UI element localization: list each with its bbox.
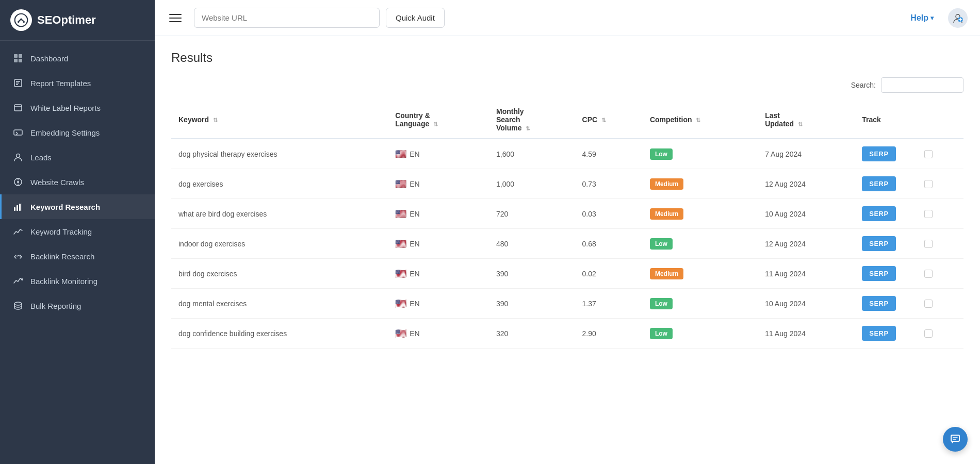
cell-last-updated: 10 Aug 2024 bbox=[758, 289, 855, 319]
svg-rect-25 bbox=[22, 203, 22, 211]
svg-point-1 bbox=[18, 21, 20, 23]
search-row: Search: bbox=[171, 77, 963, 93]
svg-point-27 bbox=[14, 302, 22, 305]
cell-keyword: bird dog exercises bbox=[171, 259, 388, 289]
col-keyword[interactable]: Keyword ⇅ bbox=[171, 101, 388, 139]
sort-competition-icon: ⇅ bbox=[696, 117, 700, 124]
track-checkbox[interactable] bbox=[924, 300, 933, 308]
svg-rect-24 bbox=[19, 204, 21, 211]
sort-keyword-icon: ⇅ bbox=[213, 117, 218, 124]
results-table: Keyword ⇅ Country &Language ⇅ MonthlySea… bbox=[171, 101, 963, 349]
cell-cpc: 0.03 bbox=[575, 199, 643, 229]
search-label: Search: bbox=[851, 81, 876, 89]
cell-last-updated: 10 Aug 2024 bbox=[758, 199, 855, 229]
col-monthly-search-volume[interactable]: MonthlySearchVolume ⇅ bbox=[489, 101, 575, 139]
cell-keyword: dog physical therapy exercises bbox=[171, 139, 388, 169]
svg-line-15 bbox=[16, 132, 18, 134]
table-row: dog physical therapy exercises 🇺🇸 EN 1,6… bbox=[171, 139, 963, 169]
hamburger-button[interactable] bbox=[167, 12, 184, 24]
track-checkbox[interactable] bbox=[924, 270, 933, 278]
serp-button[interactable]: SERP bbox=[862, 266, 895, 281]
user-avatar[interactable] bbox=[948, 8, 968, 28]
track-checkbox[interactable] bbox=[924, 210, 933, 218]
sort-cpc-icon: ⇅ bbox=[601, 117, 606, 124]
sort-country-icon: ⇅ bbox=[433, 121, 438, 128]
competition-badge: Low bbox=[650, 238, 673, 250]
sidebar-item-keyword-tracking[interactable]: Keyword Tracking bbox=[0, 219, 155, 244]
cell-last-updated: 11 Aug 2024 bbox=[758, 259, 855, 289]
serp-button[interactable]: SERP bbox=[862, 206, 895, 221]
col-country-language[interactable]: Country &Language ⇅ bbox=[388, 101, 489, 139]
sidebar-item-report-templates[interactable]: Report Templates bbox=[0, 71, 155, 95]
cell-track: SERP bbox=[855, 319, 963, 349]
sort-volume-icon: ⇅ bbox=[526, 125, 530, 132]
sidebar-item-embedding-label: Embedding Settings bbox=[30, 128, 100, 137]
sidebar-item-embedding[interactable]: Embedding Settings bbox=[0, 120, 155, 145]
language-code: EN bbox=[410, 240, 419, 248]
cell-volume: 720 bbox=[489, 199, 575, 229]
embedding-icon bbox=[13, 127, 23, 138]
cell-competition: Low bbox=[643, 229, 758, 259]
help-label: Help bbox=[910, 13, 928, 23]
sidebar-item-white-label[interactable]: White Label Reports bbox=[0, 95, 155, 120]
sidebar-item-keyword-research[interactable]: Keyword Research bbox=[0, 194, 155, 219]
cell-country: 🇺🇸 EN bbox=[388, 319, 489, 349]
cell-competition: Medium bbox=[643, 199, 758, 229]
chat-bubble[interactable] bbox=[943, 427, 968, 452]
cell-country: 🇺🇸 EN bbox=[388, 199, 489, 229]
report-templates-icon bbox=[13, 78, 23, 88]
track-checkbox[interactable] bbox=[924, 180, 933, 188]
table-row: dog exercises 🇺🇸 EN 1,000 0.73 Medium 12… bbox=[171, 169, 963, 199]
track-checkbox[interactable] bbox=[924, 150, 933, 158]
svg-point-17 bbox=[17, 154, 20, 158]
sidebar: SEOptimer Dashboard bbox=[0, 0, 155, 464]
logo-area: SEOptimer bbox=[0, 0, 155, 41]
serp-button[interactable]: SERP bbox=[862, 176, 895, 191]
sidebar-item-backlink-monitoring[interactable]: Backlink Monitoring bbox=[0, 269, 155, 293]
track-checkbox[interactable] bbox=[924, 329, 933, 338]
serp-button[interactable]: SERP bbox=[862, 326, 895, 341]
serp-button[interactable]: SERP bbox=[862, 146, 895, 161]
svg-rect-23 bbox=[17, 205, 18, 211]
sidebar-item-bulk-reporting[interactable]: Bulk Reporting bbox=[0, 293, 155, 318]
content-area: Results Search: Keyword ⇅ Country &Langu… bbox=[155, 36, 980, 464]
svg-rect-30 bbox=[951, 435, 959, 441]
serp-button[interactable]: SERP bbox=[862, 236, 895, 251]
quick-audit-button[interactable]: Quick Audit bbox=[386, 8, 445, 28]
hamburger-line-2 bbox=[169, 18, 182, 19]
sidebar-item-website-crawls[interactable]: Website Crawls bbox=[0, 170, 155, 194]
sidebar-item-backlink-monitoring-label: Backlink Monitoring bbox=[30, 277, 97, 286]
sidebar-item-leads-label: Leads bbox=[30, 153, 52, 162]
svg-rect-12 bbox=[14, 105, 22, 111]
sidebar-item-dashboard[interactable]: Dashboard bbox=[0, 46, 155, 71]
serp-button[interactable]: SERP bbox=[862, 296, 895, 311]
svg-rect-22 bbox=[14, 207, 15, 211]
cell-volume: 1,600 bbox=[489, 139, 575, 169]
search-input[interactable] bbox=[881, 77, 963, 93]
table-row: what are bird dog exercises 🇺🇸 EN 720 0.… bbox=[171, 199, 963, 229]
cell-last-updated: 11 Aug 2024 bbox=[758, 319, 855, 349]
col-track: Track bbox=[855, 101, 963, 139]
url-input[interactable] bbox=[194, 8, 380, 28]
sidebar-item-backlink-research-label: Backlink Research bbox=[30, 252, 94, 261]
cell-volume: 320 bbox=[489, 319, 575, 349]
dashboard-icon bbox=[13, 53, 23, 63]
sidebar-item-report-templates-label: Report Templates bbox=[30, 79, 91, 88]
sidebar-nav: Dashboard Report Templates bbox=[0, 41, 155, 464]
col-competition[interactable]: Competition ⇅ bbox=[643, 101, 758, 139]
table-header: Keyword ⇅ Country &Language ⇅ MonthlySea… bbox=[171, 101, 963, 139]
competition-badge: Low bbox=[650, 328, 673, 339]
col-last-updated[interactable]: LastUpdated ⇅ bbox=[758, 101, 855, 139]
sidebar-item-leads[interactable]: Leads bbox=[0, 145, 155, 170]
col-cpc[interactable]: CPC ⇅ bbox=[575, 101, 643, 139]
help-button[interactable]: Help ▾ bbox=[906, 10, 938, 26]
competition-badge: Medium bbox=[650, 268, 683, 279]
track-checkbox[interactable] bbox=[924, 240, 933, 248]
bulk-reporting-icon bbox=[13, 301, 23, 311]
flag-icon: 🇺🇸 bbox=[395, 298, 406, 309]
header: Quick Audit Help ▾ bbox=[155, 0, 980, 36]
svg-rect-6 bbox=[14, 59, 18, 62]
cell-track: SERP bbox=[855, 229, 963, 259]
sidebar-item-backlink-research[interactable]: Backlink Research bbox=[0, 244, 155, 269]
keyword-research-icon bbox=[13, 202, 23, 212]
